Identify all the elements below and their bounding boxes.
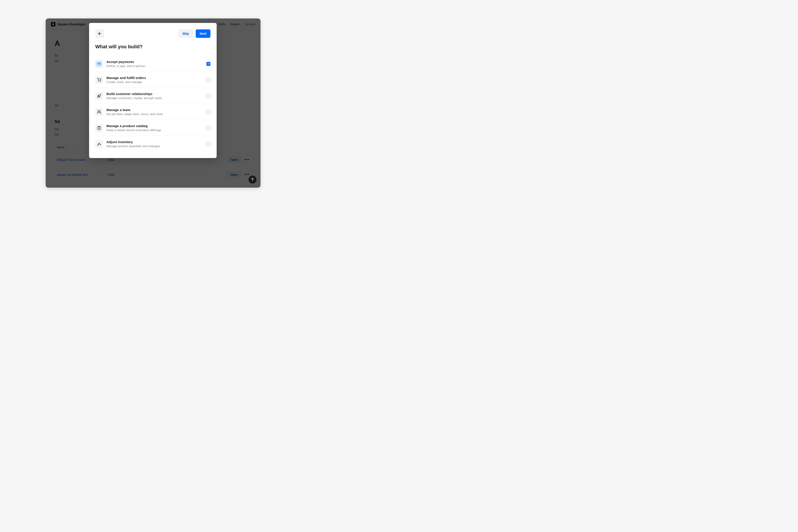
- svg-rect-1: [97, 62, 101, 65]
- option-title: Manage a team: [107, 108, 203, 112]
- checkbox[interactable]: [206, 78, 210, 82]
- option-manage-orders[interactable]: Manage and fulfill orders Create, track,…: [95, 72, 210, 88]
- svg-rect-6: [98, 126, 100, 127]
- option-desc: Keep a robust record of product offering…: [107, 129, 203, 132]
- option-desc: Manage product quantities and changes.: [107, 145, 203, 148]
- option-manage-team[interactable]: Manage a team Set job titles, wage rates…: [95, 104, 210, 120]
- arrow-left-icon: [98, 32, 102, 36]
- checkbox[interactable]: [206, 94, 210, 98]
- nodes-icon: [95, 140, 103, 148]
- credit-card-icon: [95, 60, 103, 68]
- team-icon: [95, 108, 103, 116]
- modal-header: Skip Next: [95, 29, 210, 38]
- option-title: Manage and fulfill orders: [107, 76, 203, 80]
- options-list: Accept payments Online, in-app, and in-p…: [95, 56, 210, 152]
- checkbox[interactable]: [206, 62, 210, 66]
- option-desc: Online, in-app, and in-person.: [107, 64, 203, 68]
- skip-button[interactable]: Skip: [178, 30, 193, 38]
- option-product-catalog[interactable]: Manage a product catalog Keep a robust r…: [95, 120, 210, 136]
- onboarding-modal: Skip Next What will you build? Accept pa…: [89, 23, 217, 158]
- svg-point-4: [100, 81, 101, 82]
- help-button[interactable]: ?: [248, 176, 256, 184]
- checkbox[interactable]: [206, 126, 210, 130]
- option-title: Adjust inventory: [107, 140, 203, 144]
- rocket-icon: [95, 92, 103, 100]
- option-desc: Create, track, and manage.: [107, 80, 203, 84]
- option-customer-relationships[interactable]: Build customer relationships Manage cust…: [95, 88, 210, 104]
- back-button[interactable]: [95, 29, 104, 38]
- option-accept-payments[interactable]: Accept payments Online, in-app, and in-p…: [95, 56, 210, 72]
- svg-point-5: [98, 110, 99, 112]
- clipboard-icon: [95, 124, 103, 132]
- option-desc: Manage customers, loyalty, and gift card…: [107, 96, 203, 100]
- option-title: Build customer relationships: [107, 92, 203, 96]
- checkbox[interactable]: [206, 110, 210, 114]
- svg-line-11: [99, 144, 100, 144]
- svg-line-10: [98, 144, 99, 145]
- modal-title: What will you build?: [95, 44, 210, 50]
- option-title: Accept payments: [107, 60, 203, 64]
- option-adjust-inventory[interactable]: Adjust inventory Manage product quantiti…: [95, 136, 210, 152]
- svg-point-3: [98, 81, 99, 82]
- checkbox[interactable]: [206, 142, 210, 146]
- page-background: Square Developer ls SDKs Support Account…: [3, 3, 295, 196]
- option-desc: Set job titles, wage rates, hours, and m…: [107, 112, 203, 116]
- option-title: Manage a product catalog: [107, 124, 203, 128]
- shopping-cart-icon: [95, 76, 103, 84]
- next-button[interactable]: Next: [196, 30, 210, 38]
